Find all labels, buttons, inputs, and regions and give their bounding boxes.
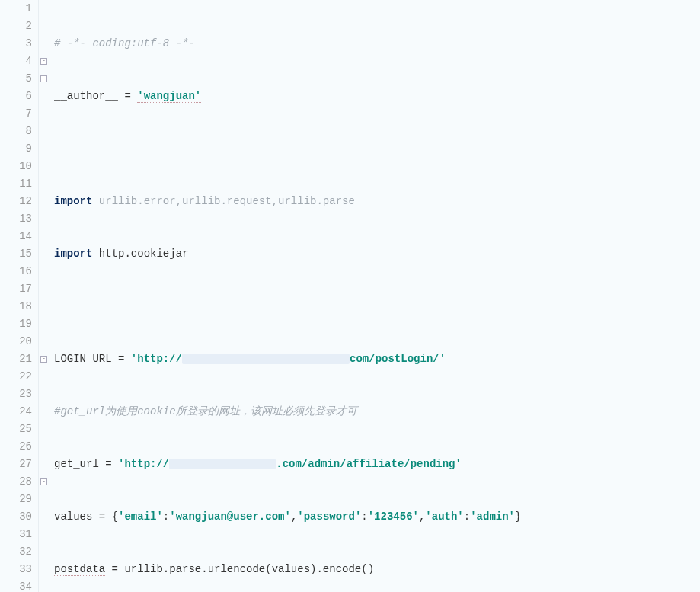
code-editor: 1234567891011121314151617181920212223242… bbox=[0, 0, 700, 592]
line-number: 23 bbox=[0, 386, 32, 403]
line-number: 13 bbox=[0, 210, 32, 228]
code-line: get_url = 'http://.com/admin/affiliate/p… bbox=[54, 456, 649, 473]
code-line: LOGIN_URL = 'http://com/postLogin/' bbox=[54, 350, 649, 368]
code-line bbox=[54, 298, 649, 315]
line-number: 19 bbox=[0, 315, 32, 333]
code-line: # -*- coding:utf-8 -*- bbox=[54, 35, 649, 53]
code-line: __author__ = 'wangjuan' bbox=[54, 88, 649, 105]
line-number: 3 bbox=[0, 35, 32, 53]
line-number: 2 bbox=[0, 18, 32, 35]
line-number: 27 bbox=[0, 456, 32, 473]
redacted-host bbox=[169, 459, 276, 469]
line-number: 31 bbox=[0, 526, 32, 543]
line-number: 28 bbox=[0, 473, 32, 491]
code-line: values = {'email':'wangjuan@user.com','p… bbox=[54, 508, 649, 526]
line-number: 22 bbox=[0, 368, 32, 386]
line-number-gutter: 1234567891011121314151617181920212223242… bbox=[0, 0, 39, 592]
line-number: 8 bbox=[0, 123, 32, 140]
line-number: 5 bbox=[0, 70, 32, 88]
code-line: import urllib.error,urllib.request,urlli… bbox=[54, 193, 649, 210]
line-number: 17 bbox=[0, 280, 32, 298]
line-number: 34 bbox=[0, 578, 32, 592]
line-number: 6 bbox=[0, 88, 32, 105]
comment: # -*- coding:utf-8 -*- bbox=[54, 37, 195, 50]
code-line: postdata = urllib.parse.urlencode(values… bbox=[54, 561, 649, 578]
fold-column: ---- bbox=[39, 0, 50, 592]
line-number: 10 bbox=[0, 158, 32, 175]
line-number: 7 bbox=[0, 105, 32, 123]
line-number: 16 bbox=[0, 263, 32, 280]
fold-toggle-icon[interactable]: - bbox=[40, 356, 47, 363]
line-number: 20 bbox=[0, 333, 32, 350]
line-number: 15 bbox=[0, 245, 32, 263]
fold-toggle-icon[interactable]: - bbox=[40, 478, 47, 485]
line-number: 1 bbox=[0, 0, 32, 18]
line-number: 24 bbox=[0, 403, 32, 421]
code-line: #get_url为使用cookie所登录的网址，该网址必须先登录才可 bbox=[54, 403, 649, 421]
line-number: 29 bbox=[0, 491, 32, 508]
line-number: 12 bbox=[0, 193, 32, 210]
line-number: 26 bbox=[0, 438, 32, 456]
redacted-host bbox=[182, 354, 350, 364]
fold-toggle-icon[interactable]: - bbox=[40, 58, 47, 65]
code-line bbox=[54, 140, 649, 158]
line-number: 18 bbox=[0, 298, 32, 315]
fold-toggle-icon[interactable]: - bbox=[40, 75, 47, 82]
line-number: 33 bbox=[0, 561, 32, 578]
line-number: 11 bbox=[0, 175, 32, 193]
line-number: 32 bbox=[0, 543, 32, 561]
line-number: 14 bbox=[0, 228, 32, 245]
line-number: 4 bbox=[0, 53, 32, 70]
line-number: 25 bbox=[0, 421, 32, 438]
line-number: 30 bbox=[0, 508, 32, 526]
line-number: 21 bbox=[0, 350, 32, 368]
line-number: 9 bbox=[0, 140, 32, 158]
code-area[interactable]: # -*- coding:utf-8 -*- __author__ = 'wan… bbox=[50, 0, 649, 592]
code-line: import http.cookiejar bbox=[54, 245, 649, 263]
